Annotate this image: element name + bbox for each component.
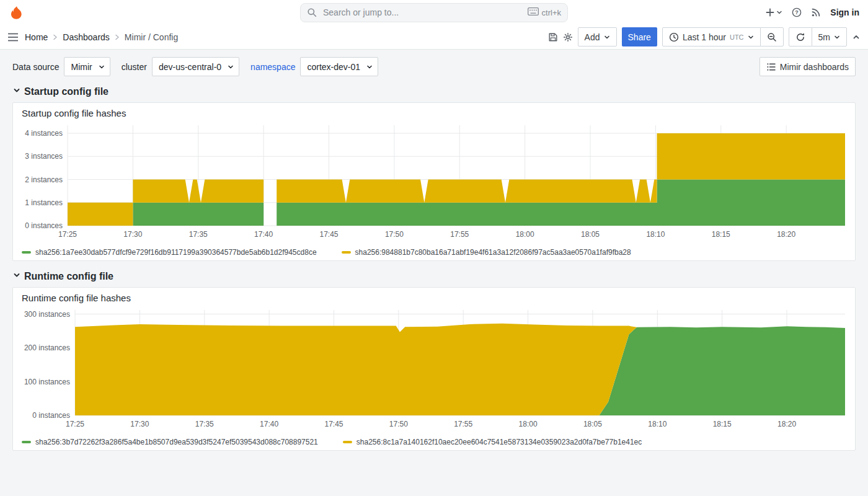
- series-label: sha256:1a7ee30dab577dfcf9e729f16db911719…: [35, 248, 317, 257]
- collapse-toolbar-chevron-up-icon[interactable]: [852, 33, 861, 42]
- svg-text:1 instances: 1 instances: [25, 198, 63, 207]
- svg-text:18:15: 18:15: [713, 420, 732, 428]
- variable-cluster: cluster dev-us-central-0: [122, 57, 239, 76]
- add-button[interactable]: Add: [578, 27, 617, 46]
- svg-text:17:30: 17:30: [130, 420, 149, 428]
- svg-text:17:45: 17:45: [324, 420, 343, 428]
- svg-text:17:25: 17:25: [66, 420, 84, 428]
- news-rss-icon[interactable]: [811, 7, 821, 17]
- variable-namespace: namespace cortex-dev-01: [250, 57, 378, 76]
- section-title: Runtime config file: [24, 271, 113, 282]
- series-color-swatch: [22, 251, 31, 254]
- top-nav: ctrl+k ? Sign in: [0, 0, 868, 25]
- svg-text:100 instances: 100 instances: [24, 378, 70, 386]
- chevron-down-icon: [776, 7, 782, 17]
- svg-text:?: ?: [795, 9, 799, 16]
- legend-item[interactable]: sha256:8c1a7a140162f10aec20ee604c7541e58…: [343, 438, 642, 446]
- new-menu-button[interactable]: [765, 7, 782, 17]
- chevron-down-icon: [99, 62, 105, 72]
- svg-text:17:45: 17:45: [319, 230, 338, 239]
- section-runtime-config-file[interactable]: Runtime config file: [12, 271, 856, 282]
- chevron-down-icon: [604, 32, 610, 42]
- dashboard-toolbar: Home Dashboards Mimir / Config Add Share: [0, 25, 868, 50]
- share-button[interactable]: Share: [622, 27, 657, 46]
- menu-toggle-icon[interactable]: [7, 33, 19, 42]
- startup-config-hashes-chart[interactable]: 17:2517:3017:3517:4017:4517:5017:5518:00…: [18, 120, 849, 244]
- svg-text:17:35: 17:35: [189, 230, 208, 239]
- svg-text:18:05: 18:05: [583, 420, 602, 428]
- svg-text:300 instances: 300 instances: [24, 310, 70, 319]
- breadcrumb-current: Mimir / Config: [125, 32, 178, 42]
- chevron-down-icon: [366, 62, 373, 72]
- refresh-interval-picker[interactable]: 5m: [812, 27, 847, 46]
- svg-text:17:55: 17:55: [450, 230, 469, 239]
- mimir-dashboards-button[interactable]: Mimir dashboards: [760, 57, 856, 76]
- breadcrumb-home[interactable]: Home: [25, 32, 48, 42]
- plus-icon: [765, 7, 775, 17]
- chevron-down-icon: [834, 32, 840, 42]
- svg-text:18:20: 18:20: [777, 420, 796, 428]
- svg-text:3 instances: 3 instances: [25, 152, 63, 161]
- grafana-logo-icon[interactable]: [9, 5, 24, 20]
- timezone-label: UTC: [730, 33, 744, 41]
- breadcrumb: Home Dashboards Mimir / Config: [25, 32, 178, 42]
- svg-text:2 instances: 2 instances: [25, 175, 63, 184]
- panel-title[interactable]: Startup config file hashes: [18, 107, 850, 120]
- svg-text:17:40: 17:40: [260, 420, 278, 428]
- section-startup-config-file[interactable]: Startup config file: [12, 86, 856, 97]
- help-icon[interactable]: ?: [792, 7, 802, 17]
- chevron-down-icon: [12, 271, 21, 282]
- svg-text:18:20: 18:20: [777, 230, 795, 239]
- svg-text:18:10: 18:10: [648, 420, 666, 428]
- legend-item[interactable]: sha256:3b7d72262f3a286f5a4be1b8507d9ea53…: [22, 438, 318, 446]
- svg-text:4 instances: 4 instances: [25, 129, 63, 138]
- series-color-swatch: [22, 441, 31, 443]
- refresh-button[interactable]: [789, 27, 812, 46]
- legend-item[interactable]: sha256:984881b7c80ba16a71abf19e4f61a3a12…: [342, 248, 631, 257]
- data-source-picker[interactable]: Mimir: [64, 57, 110, 76]
- svg-text:18:05: 18:05: [581, 230, 600, 239]
- variable-label-data-source: Data source: [12, 62, 59, 72]
- shortcut-label: ctrl+k: [542, 8, 561, 17]
- svg-text:18:00: 18:00: [519, 420, 538, 428]
- template-variables-row: Data source Mimir cluster dev-us-central…: [12, 57, 856, 76]
- variable-label-namespace[interactable]: namespace: [250, 62, 295, 72]
- breadcrumb-dashboards[interactable]: Dashboards: [63, 32, 110, 42]
- svg-text:18:15: 18:15: [712, 230, 730, 239]
- chevron-down-icon: [12, 86, 21, 97]
- series-label: sha256:984881b7c80ba16a71abf19e4f61a3a12…: [355, 248, 631, 257]
- svg-text:17:50: 17:50: [385, 230, 404, 239]
- save-dashboard-icon[interactable]: [548, 32, 558, 42]
- series-label: sha256:8c1a7a140162f10aec20ee604c7541e58…: [356, 438, 642, 446]
- legend-item[interactable]: sha256:1a7ee30dab577dfcf9e729f16db911719…: [22, 248, 317, 257]
- series-color-swatch: [343, 441, 352, 443]
- clock-icon: [669, 32, 679, 42]
- time-range-picker[interactable]: Last 1 hour UTC: [662, 27, 761, 46]
- variable-label-cluster: cluster: [122, 62, 147, 72]
- chevron-right-icon: [113, 33, 121, 41]
- dashboard-settings-gear-icon[interactable]: [563, 32, 573, 42]
- section-title: Startup config file: [24, 86, 108, 97]
- svg-text:200 instances: 200 instances: [24, 343, 70, 352]
- sign-in-button[interactable]: Sign in: [830, 7, 859, 17]
- variable-data-source: Data source Mimir: [12, 57, 110, 76]
- runtime-config-hashes-chart[interactable]: 17:2517:3017:3517:4017:4517:5017:5518:00…: [18, 305, 849, 434]
- zoom-out-time-button[interactable]: [760, 27, 784, 46]
- search-icon: [307, 7, 317, 17]
- svg-text:17:50: 17:50: [389, 420, 408, 428]
- series-color-swatch: [342, 251, 351, 254]
- svg-text:17:55: 17:55: [454, 420, 472, 428]
- cluster-picker[interactable]: dev-us-central-0: [152, 57, 239, 76]
- panel-startup-config-file-hashes: Startup config file hashes 17:2517:3017:…: [12, 102, 856, 261]
- legend: sha256:3b7d72262f3a286f5a4be1b8507d9ea53…: [18, 436, 850, 446]
- search-bar[interactable]: ctrl+k: [300, 3, 568, 22]
- search-input[interactable]: [322, 7, 523, 18]
- svg-text:0 instances: 0 instances: [25, 221, 63, 230]
- svg-text:17:30: 17:30: [123, 230, 142, 239]
- svg-text:18:00: 18:00: [516, 230, 534, 239]
- zoom-out-icon: [767, 32, 777, 42]
- series-label: sha256:3b7d72262f3a286f5a4be1b8507d9ea53…: [35, 438, 318, 446]
- chevron-down-icon: [228, 62, 234, 72]
- panel-title[interactable]: Runtime config file hashes: [18, 291, 850, 305]
- namespace-picker[interactable]: cortex-dev-01: [300, 57, 378, 76]
